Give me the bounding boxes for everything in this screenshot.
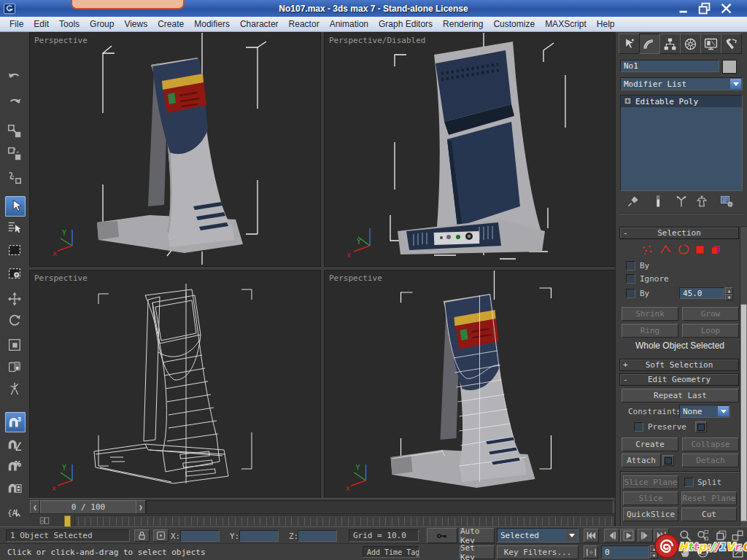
constraints-dropdown[interactable]: None — [679, 405, 730, 418]
menu-item-tools[interactable]: Tools — [54, 18, 85, 31]
select-and-move-button[interactable] — [5, 289, 24, 308]
viewport-top-right[interactable]: Perspective/Disabled — [324, 32, 616, 267]
select-and-manipulate-button[interactable] — [5, 379, 24, 398]
undo-button[interactable] — [5, 67, 24, 86]
make-unique-button[interactable] — [673, 194, 690, 209]
select-and-link-button[interactable] — [5, 122, 24, 141]
menu-item-character[interactable]: Character — [235, 18, 284, 31]
y-coordinate-field[interactable] — [239, 530, 279, 542]
angle-spinner[interactable]: ▲▼ — [725, 287, 733, 299]
subobject-edge-button[interactable] — [659, 243, 673, 257]
angle-value-field[interactable]: 45.0 — [679, 287, 724, 299]
shrink-button[interactable]: Shrink — [622, 307, 678, 321]
auto-key-button[interactable]: Auto Key — [460, 528, 495, 543]
menu-item-file[interactable]: File — [4, 18, 28, 31]
rollout-soft-selection-header[interactable]: + Soft Selection — [619, 359, 739, 371]
prev-frame-button[interactable] — [604, 529, 619, 542]
preserve-uvs-settings-button[interactable] — [695, 421, 707, 432]
time-slider-track[interactable] — [146, 500, 614, 514]
menu-item-reactor[interactable]: Reactor — [284, 18, 325, 31]
tab-utilities[interactable] — [721, 34, 742, 54]
spinner-snap-toggle-button[interactable] — [5, 479, 24, 498]
slice-plane-button[interactable]: Slice Plane — [623, 475, 678, 489]
object-name-field[interactable]: No1 — [620, 60, 719, 72]
modifier-stack[interactable]: Editable Poly — [620, 95, 743, 191]
tab-motion[interactable] — [680, 34, 701, 54]
viewport-bottom-right[interactable]: Perspective — [324, 270, 616, 499]
chevron-down-icon[interactable] — [730, 79, 741, 89]
collapse-icon[interactable]: - — [623, 375, 632, 384]
menu-item-group[interactable]: Group — [85, 18, 119, 31]
split-checkbox-row[interactable]: Split — [684, 478, 721, 487]
set-key-button[interactable]: Set Key — [460, 545, 495, 559]
viewport-label[interactable]: Perspective — [329, 273, 382, 283]
tab-display[interactable] — [700, 34, 721, 54]
expand-plus-icon[interactable] — [624, 97, 632, 106]
ignore-backfacing-checkbox-row[interactable]: Ignore — [626, 274, 669, 284]
grow-button[interactable]: Grow — [682, 307, 739, 321]
time-next-button[interactable]: ❯ — [136, 500, 146, 514]
menu-item-graph-editors[interactable]: Graph Editors — [374, 18, 438, 31]
tab-create[interactable] — [619, 34, 640, 54]
bind-to-space-warp-button[interactable] — [5, 168, 24, 187]
by-angle-checkbox-row[interactable]: By — [626, 289, 649, 298]
show-end-result-button[interactable] — [649, 194, 667, 209]
repeat-last-button[interactable]: Repeat Last — [622, 389, 739, 402]
window-crossing-toggle-button[interactable] — [5, 264, 24, 283]
reset-plane-button[interactable]: Reset Plane — [681, 491, 737, 505]
goto-start-button[interactable] — [584, 529, 599, 542]
current-frame-marker[interactable] — [64, 516, 71, 527]
select-by-name-button[interactable] — [5, 218, 24, 237]
viewport-label[interactable]: Perspective/Disabled — [329, 36, 425, 45]
subobject-vertex-button[interactable] — [640, 243, 655, 257]
detach-button[interactable]: Detach — [682, 454, 739, 467]
minimize-button[interactable] — [676, 2, 692, 15]
close-button[interactable] — [719, 2, 735, 15]
collapse-button[interactable]: Collapse — [682, 438, 739, 451]
snaps-toggle-3d-button[interactable]: 3 — [5, 412, 26, 432]
loop-button[interactable]: Loop — [682, 324, 739, 338]
select-object-button[interactable] — [5, 196, 26, 217]
ignore-backfacing-checkbox[interactable] — [626, 274, 635, 284]
modifier-list-dropdown[interactable]: Modifier List — [620, 77, 743, 90]
use-pivot-point-center-button[interactable] — [5, 357, 24, 376]
ring-button[interactable]: Ring — [622, 324, 678, 338]
configure-modifier-sets-button[interactable] — [718, 194, 735, 209]
set-keys-button[interactable] — [427, 528, 457, 543]
selection-lock-toggle[interactable] — [134, 529, 150, 542]
key-filter-dropdown[interactable]: Selected — [497, 528, 578, 542]
subobject-border-button[interactable] — [677, 243, 692, 257]
preserve-uvs-checkbox[interactable] — [634, 422, 643, 432]
menu-item-help[interactable]: Help — [592, 18, 620, 31]
viewport-label[interactable]: Perspective — [34, 273, 88, 283]
viewport-bottom-left[interactable]: Perspective — [29, 270, 321, 499]
x-coordinate-field[interactable] — [180, 530, 220, 542]
viewport-label[interactable]: Perspective — [34, 36, 88, 45]
cut-button[interactable]: Cut — [681, 508, 737, 521]
named-selection-sets-button[interactable]: {A — [5, 503, 24, 522]
chevron-down-icon[interactable] — [566, 529, 577, 541]
select-and-rotate-button[interactable] — [5, 311, 24, 330]
preserve-uvs-row[interactable]: Preserve — [634, 422, 686, 432]
by-vertex-checkbox[interactable] — [626, 261, 635, 271]
by-vertex-checkbox-row[interactable]: By — [626, 261, 649, 271]
z-coordinate-field[interactable] — [298, 530, 337, 542]
current-frame-field[interactable]: 0 — [601, 545, 649, 559]
stack-item-editable-poly[interactable]: Editable Poly — [621, 96, 742, 107]
rollout-edit-geometry-header[interactable]: - Edit Geometry — [619, 373, 739, 386]
subobject-element-button[interactable] — [709, 243, 724, 257]
scrollbar-thumb[interactable] — [740, 304, 747, 521]
angle-snap-toggle-button[interactable] — [5, 435, 24, 454]
split-checkbox[interactable] — [684, 478, 694, 487]
attach-button[interactable]: Attach — [622, 454, 661, 467]
rectangular-selection-region-button[interactable] — [5, 241, 24, 260]
restore-button[interactable] — [697, 2, 713, 15]
time-prev-button[interactable]: ❮ — [30, 500, 40, 514]
slice-button[interactable]: Slice — [623, 491, 678, 505]
remove-modifier-button[interactable] — [693, 194, 711, 209]
menu-item-maxscript[interactable]: MAXScript — [540, 18, 592, 31]
menu-item-views[interactable]: Views — [119, 18, 152, 31]
open-mini-curve-editor-button[interactable] — [32, 516, 57, 526]
absolute-mode-toggle[interactable] — [153, 529, 169, 542]
menu-item-animation[interactable]: Animation — [325, 18, 374, 31]
